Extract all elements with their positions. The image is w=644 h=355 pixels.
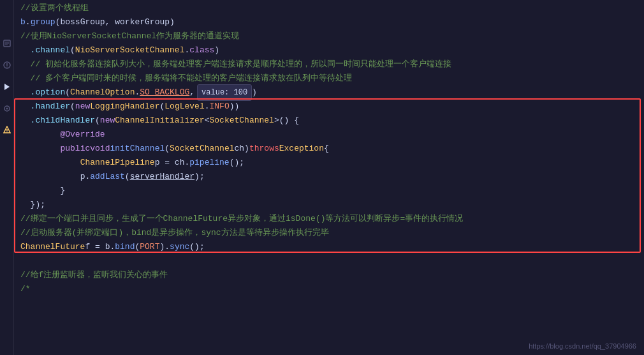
code-text-11d: initChannel <box>110 142 165 156</box>
code-text-2b: . <box>26 15 31 29</box>
code-text-11j: { <box>324 142 329 156</box>
code-line-12: ChannelPipeline p = ch. pipeline (); <box>20 156 638 170</box>
code-text-10a <box>20 128 60 142</box>
code-text-12b: ChannelPipeline <box>80 156 155 170</box>
code-text-18b: f = b. <box>85 240 115 254</box>
sidebar-icon-play[interactable] <box>2 82 12 92</box>
code-text-13c: addLast <box>90 170 125 184</box>
code-text-12a <box>20 156 80 170</box>
code-line-9: .childHandler ( new ChannelInitializer <… <box>20 114 638 128</box>
code-text-4d: NioServerSocketChannel <box>75 43 185 57</box>
throws-keyword: throws <box>249 142 279 156</box>
code-text-13a <box>20 170 80 184</box>
code-text-7d: ChannelOption <box>70 86 135 100</box>
comment-text-5: // 初始化服务器连接队列大小，服务端处理客户端连接请求是顺序处理的，所以同一时… <box>20 57 451 72</box>
code-text-9b: .childHandler <box>31 114 95 128</box>
code-text-2a: b <box>20 15 26 29</box>
code-text-4a <box>20 43 31 57</box>
code-text-4g: ) <box>214 43 219 57</box>
code-text-8g: LogLevel <box>165 100 204 114</box>
code-text-11c: void <box>90 142 110 156</box>
code-text-15a <box>20 198 31 212</box>
code-text-15b: }); <box>31 198 45 212</box>
code-text-4c: ( <box>70 43 75 57</box>
code-text-7a <box>20 86 31 100</box>
svg-point-9 <box>6 108 8 110</box>
code-line-4: .channel ( NioServerSocketChannel . clas… <box>20 43 638 57</box>
code-text-2d: (bossGroup, workerGroup) <box>55 15 175 29</box>
code-text-9a <box>20 114 31 128</box>
code-line-19 <box>20 254 638 268</box>
code-text-12d: pipeline <box>189 156 229 170</box>
editor-container: //设置两个线程组 b . group (bossGroup, workerGr… <box>0 0 644 355</box>
comment-text-21: /* <box>20 282 31 296</box>
code-text-14a <box>20 184 60 198</box>
code-line-18: ChannelFuture f = b. bind ( PORT ). sync… <box>20 240 638 254</box>
code-text-18d: ( <box>135 240 140 254</box>
code-text-8i: INFO <box>210 100 230 114</box>
code-line-3: //使用NioServerSocketChannel作为服务器的通道实现 <box>20 29 638 43</box>
svg-marker-7 <box>4 84 10 90</box>
svg-point-12 <box>6 132 7 132</box>
code-text-14b: } <box>60 184 65 198</box>
code-text-18a: ChannelFuture <box>20 240 85 254</box>
code-text-7e: . <box>135 86 140 100</box>
code-text-4e: . <box>184 43 189 57</box>
sidebar-icon-warning[interactable] <box>2 125 12 135</box>
code-text-11e: ( <box>165 142 170 156</box>
code-text-9g: SocketChannel <box>210 114 274 128</box>
sidebar-icon-3[interactable] <box>2 103 12 114</box>
code-line-17: //启动服务器(并绑定端口)，bind是异步操作，sync方法是等待异步操作执行… <box>20 226 638 240</box>
code-text-18g: sync <box>170 240 189 254</box>
code-text-7c: ( <box>65 86 70 100</box>
comment-text-6: // 多个客户端同时来的时候，服务端将不能处理的客户端连接请求放在队列中等待处理 <box>20 72 352 86</box>
code-text-8h: . <box>205 100 210 114</box>
code-text-9h: >() { <box>274 114 299 128</box>
code-text-12c: p = ch. <box>155 156 190 170</box>
code-line-16: //绑定一个端口并且同步，生成了一个ChannelFuture异步对象，通过is… <box>20 212 638 226</box>
sidebar-icons <box>0 0 14 355</box>
code-text-8d: new <box>75 100 90 114</box>
code-text-8f: ( <box>159 100 165 114</box>
code-text-18f: ). <box>159 240 170 254</box>
code-text-10b: @Override <box>60 128 105 142</box>
code-text-11f: SocketChannel <box>170 142 234 156</box>
sidebar-icon-2[interactable] <box>2 60 12 70</box>
code-text-2c: group <box>31 15 55 29</box>
code-line-5: // 初始化服务器连接队列大小，服务端处理客户端连接请求是顺序处理的，所以同一时… <box>20 57 638 72</box>
code-line-21: /* <box>20 282 638 296</box>
code-text-9f: < <box>205 114 210 128</box>
code-text-8c: ( <box>70 100 75 114</box>
code-text-13d: ( <box>125 170 130 184</box>
code-text-13b: p. <box>80 170 91 184</box>
comment-text-16: //绑定一个端口并且同步，生成了一个ChannelFuture异步对象，通过is… <box>20 212 463 226</box>
code-text-9c: ( <box>95 114 100 128</box>
code-text-4b: .channel <box>31 43 70 57</box>
code-text-11b: public <box>60 142 90 156</box>
code-text-7g: , <box>189 86 194 100</box>
code-text-13e: serverHandler <box>130 170 194 184</box>
code-text-12e: (); <box>230 156 244 170</box>
code-line-15: }); <box>20 198 638 212</box>
code-text-11i: Exception <box>279 142 324 156</box>
code-line-1: //设置两个线程组 <box>20 1 638 15</box>
comment-text-1: //设置两个线程组 <box>20 1 89 15</box>
code-text-11a <box>20 142 60 156</box>
code-text-8e: LoggingHandler <box>90 100 159 114</box>
code-text-9e: ChannelInitializer <box>115 114 204 128</box>
sidebar-icon-1[interactable] <box>2 38 12 49</box>
code-text-9d: new <box>100 114 115 128</box>
code-text-7f: SO_BACKLOG <box>140 86 189 100</box>
code-line-6: // 多个客户端同时来的时候，服务端将不能处理的客户端连接请求放在队列中等待处理 <box>20 72 638 86</box>
code-line-13: p. addLast ( serverHandler ); <box>20 170 638 184</box>
code-text-11g: ch) <box>235 142 249 156</box>
code-text-8j: )) <box>230 100 240 114</box>
code-text-8a <box>20 100 31 114</box>
code-area: //设置两个线程组 b . group (bossGroup, workerGr… <box>14 0 644 355</box>
code-line-10: @Override <box>20 128 638 142</box>
code-line-14: } <box>20 184 638 198</box>
comment-text-17: //启动服务器(并绑定端口)，bind是异步操作，sync方法是等待异步操作执行… <box>20 226 329 240</box>
comment-text-3: //使用NioServerSocketChannel作为服务器的通道实现 <box>20 29 239 43</box>
code-line-20: //给f注册监听器，监听我们关心的事件 <box>20 268 638 282</box>
code-text-13f: ); <box>194 170 205 184</box>
